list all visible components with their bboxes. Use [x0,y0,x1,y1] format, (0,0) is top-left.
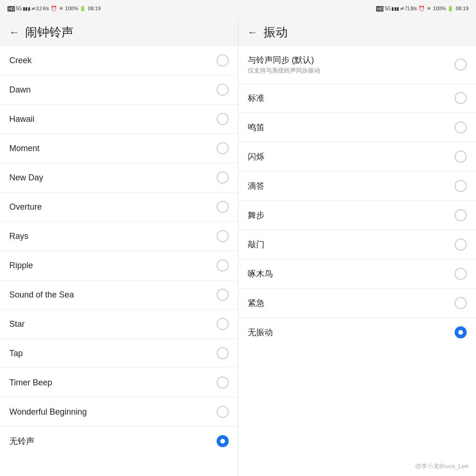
left-alarm-icon: ⏰ [51,6,57,12]
vibration-radio-no-vibration[interactable] [455,326,467,338]
ringtone-item-tap[interactable]: Tap [0,339,238,368]
right-battery: 100% 🔋 [433,6,454,12]
left-time: 08:19 [88,6,101,11]
ringtone-item-rays[interactable]: Rays [0,222,238,251]
ringtone-label-star: Star [9,319,25,329]
ringtone-radio-new-day[interactable] [217,172,229,184]
vibration-label-standard: 标准 [248,93,264,104]
vibration-list[interactable]: 与铃声同步 (默认)仅支持与系统铃声同步振动标准鸣笛闪烁滴答舞步敲门啄木鸟紧急无… [238,46,476,476]
ringtone-label-hawaii: Hawaii [9,114,34,124]
ringtone-label-tap: Tap [9,349,23,358]
right-panel: ← 振动 与铃声同步 (默认)仅支持与系统铃声同步振动标准鸣笛闪烁滴答舞步敲门啄… [238,17,476,476]
vibration-item-sync-ringtone[interactable]: 与铃声同步 (默认)仅支持与系统铃声同步振动 [238,46,476,84]
left-panel-title: 闹钟铃声 [25,24,73,40]
ringtone-label-new-day: New Day [9,173,43,183]
ringtone-item-creek[interactable]: Creek [0,46,238,75]
vibration-item-drip[interactable]: 滴答 [238,172,476,201]
ringtone-radio-moment[interactable] [217,142,229,154]
ringtone-item-ripple[interactable]: Ripple [0,251,238,280]
left-panel: ← 闹钟铃声 CreekDawnHawaiiMomentNew DayOvert… [0,17,238,476]
ringtone-label-overture: Overture [9,202,42,212]
ringtone-label-dawn: Dawn [9,85,31,95]
vibration-label-no-vibration: 无振动 [248,327,273,338]
ringtone-label-rays: Rays [9,231,28,241]
ringtone-item-overture[interactable]: Overture [0,192,238,222]
vibration-item-whistle[interactable]: 鸣笛 [238,113,476,142]
ringtone-label-moment: Moment [9,144,40,153]
ringtone-radio-no-ringtone[interactable] [217,435,229,447]
ringtone-item-hawaii[interactable]: Hawaii [0,105,238,134]
vibration-label-knock: 敲门 [248,239,264,250]
vibration-item-standard[interactable]: 标准 [238,84,476,113]
ringtone-list[interactable]: CreekDawnHawaiiMomentNew DayOvertureRays… [0,46,238,476]
ringtone-radio-star[interactable] [217,318,229,330]
right-time: 08:19 [456,6,469,11]
vibration-label-urgent: 紧急 [248,298,264,309]
left-indicators: HD 5G ▮▮▮ ⇌ 3.2 K/s [7,6,49,11]
vibration-label-dance: 舞步 [248,210,264,221]
ringtone-radio-hawaii[interactable] [217,113,229,125]
vibration-item-urgent[interactable]: 紧急 [238,289,476,318]
ringtone-radio-overture[interactable] [217,201,229,213]
vibration-label-flash: 闪烁 [248,151,264,162]
right-bt-icon: ✳ [427,6,431,12]
vibration-radio-whistle[interactable] [455,121,467,133]
ringtone-item-sound-of-the-sea[interactable]: Sound of the Sea [0,280,238,310]
ringtone-label-ripple: Ripple [9,261,33,271]
vibration-radio-knock[interactable] [455,238,467,251]
vibration-radio-woodpecker[interactable] [455,268,467,280]
ringtone-item-moment[interactable]: Moment [0,134,238,163]
ringtone-radio-dawn[interactable] [217,84,229,96]
vibration-item-no-vibration[interactable]: 无振动 [238,318,476,347]
vibration-radio-drip[interactable] [455,180,467,192]
vibration-radio-dance[interactable] [455,209,467,221]
ringtone-radio-tap[interactable] [217,347,229,359]
right-panel-title: 振动 [264,24,288,40]
ringtone-label-wonderful-beginning: Wonderful Beginning [9,407,87,417]
right-back-button[interactable]: ← [248,26,258,39]
vibration-radio-flash[interactable] [455,151,467,163]
left-back-button[interactable]: ← [9,26,20,39]
left-battery: 100% 🔋 [65,6,86,12]
ringtone-item-no-ringtone[interactable]: 无铃声 [0,427,238,456]
vibration-item-dance[interactable]: 舞步 [238,201,476,230]
ringtone-label-sound-of-the-sea: Sound of the Sea [9,290,74,300]
ringtone-item-wonderful-beginning[interactable]: Wonderful Beginning [0,397,238,427]
right-alarm-icon: ⏰ [418,6,425,12]
ringtone-radio-creek[interactable] [217,54,229,66]
left-bt-icon: ✳ [59,6,63,12]
ringtone-label-timer-beep: Timer Beep [9,378,52,388]
ringtone-item-new-day[interactable]: New Day [0,163,238,192]
vibration-label-drip: 滴答 [248,180,264,192]
right-panel-header: ← 振动 [238,17,476,46]
vibration-radio-sync-ringtone[interactable] [455,59,467,71]
vibration-item-flash[interactable]: 闪烁 [238,142,476,172]
ringtone-radio-ripple[interactable] [217,259,229,271]
vibration-item-knock[interactable]: 敲门 [238,230,476,259]
vibration-radio-urgent[interactable] [455,297,467,309]
watermark: @李小龙Bruce_Lee [415,462,469,470]
ringtone-item-dawn[interactable]: Dawn [0,75,238,105]
status-bar-right: HD 5G ▮▮▮ ⇌ 71 B/s ⏰ ✳ 100% 🔋 08:19 [376,3,469,14]
main-panels: ← 闹钟铃声 CreekDawnHawaiiMomentNew DayOvert… [0,17,476,476]
vibration-item-woodpecker[interactable]: 啄木鸟 [238,259,476,289]
ringtone-radio-wonderful-beginning[interactable] [217,406,229,418]
vibration-radio-standard[interactable] [455,92,467,104]
status-bar-left: HD 5G ▮▮▮ ⇌ 3.2 K/s ⏰ ✳ 100% 🔋 08:19 [7,3,101,14]
left-panel-header: ← 闹钟铃声 [0,17,238,46]
vibration-subtitle-sync-ringtone: 仅支持与系统铃声同步振动 [248,66,320,75]
ringtone-label-creek: Creek [9,56,32,66]
vibration-label-whistle: 鸣笛 [248,122,264,133]
status-bar: HD 5G ▮▮▮ ⇌ 3.2 K/s ⏰ ✳ 100% 🔋 08:19 HD … [0,0,476,17]
right-indicators: HD 5G ▮▮▮ ⇌ 71 B/s [376,6,416,11]
vibration-label-woodpecker: 啄木鸟 [248,268,273,279]
ringtone-label-no-ringtone: 无铃声 [9,436,34,447]
ringtone-radio-sound-of-the-sea[interactable] [217,289,229,301]
ringtone-item-timer-beep[interactable]: Timer Beep [0,368,238,397]
ringtone-item-star[interactable]: Star [0,310,238,339]
ringtone-radio-rays[interactable] [217,230,229,242]
ringtone-radio-timer-beep[interactable] [217,377,229,389]
vibration-label-sync-ringtone: 与铃声同步 (默认) [248,54,320,66]
